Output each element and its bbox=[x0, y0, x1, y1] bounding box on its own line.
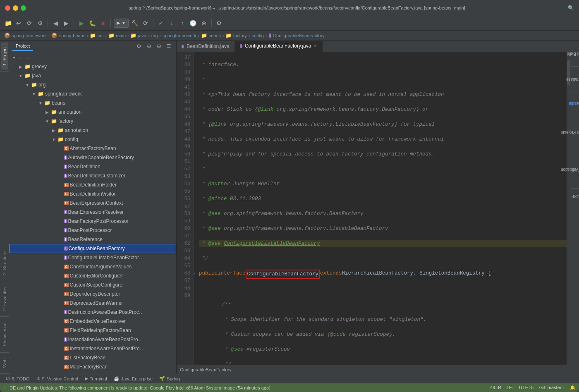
right-panel-gradle[interactable]: Gradle bbox=[565, 100, 579, 106]
vtab-project[interactable]: 1: Project bbox=[1, 42, 8, 69]
breadcrumb-config[interactable]: config bbox=[252, 33, 264, 38]
tab-close-cbf[interactable]: × bbox=[313, 43, 317, 49]
close-button[interactable] bbox=[5, 5, 10, 11]
tree-item-groovy[interactable]: ▶ 📁 groovy bbox=[9, 62, 176, 71]
tree-item-mapfactorybean[interactable]: ▶ C MapFactoryBean bbox=[9, 362, 176, 371]
toolbar-icon-3[interactable]: ⟳ bbox=[25, 19, 34, 28]
sidebar-expand-icon[interactable]: ⊕ bbox=[145, 42, 153, 50]
breadcrumb-java[interactable]: java bbox=[138, 33, 146, 38]
tree-item-autowire[interactable]: ▶ I AutowireCapableBeanFactory bbox=[9, 153, 176, 162]
tree-item-config[interactable]: ▼ 📁 config bbox=[9, 135, 176, 144]
tree-item-abstractfactorybean[interactable]: ▶ C AbstractFactoryBean bbox=[9, 144, 176, 153]
tree-item-embeddedvalueresolver[interactable]: ▶ C EmbeddedValueResolver bbox=[9, 317, 176, 326]
toolbar-commit[interactable]: ✓ bbox=[156, 19, 165, 28]
right-panel-maven[interactable]: Maven Projects bbox=[557, 129, 579, 136]
toolbar-history[interactable]: 🕐 bbox=[189, 19, 198, 28]
bottom-tab-vc[interactable]: ⑨ 9: Version Control bbox=[34, 375, 81, 382]
maximize-button[interactable] bbox=[21, 5, 26, 11]
tree-item-instantiationawarebppi[interactable]: ▶ I InstantiationAwareBeanPostPro… bbox=[9, 335, 176, 344]
bottom-tab-todo[interactable]: ☑ 6: TODO bbox=[3, 375, 32, 382]
status-encoding[interactable]: UTF-8↕ bbox=[519, 385, 534, 390]
vtab-favorites[interactable]: 2: Favorites bbox=[1, 283, 8, 315]
tab-beandefinition[interactable]: I BeanDefinition.java bbox=[177, 41, 235, 52]
tree-item-beandefinitioncustomizer[interactable]: ▶ I BeanDefinitionCustomizer bbox=[9, 171, 176, 180]
bottom-tab-terminal[interactable]: ▶ Terminal bbox=[82, 375, 110, 382]
tree-item-configurablelistable[interactable]: ▶ I ConfigurableListableBeanFactor… bbox=[9, 253, 176, 262]
tree-item-beanexpressionresolver[interactable]: ▶ I BeanExpressionResolver bbox=[9, 208, 176, 217]
breadcrumb-org[interactable]: org bbox=[151, 33, 158, 38]
tree-item-factory[interactable]: ▼ 📁 factory bbox=[9, 117, 176, 126]
breadcrumb-spring-beans[interactable]: spring-beans bbox=[59, 33, 86, 38]
tree-item-beans[interactable]: ▼ 📁 beans bbox=[9, 98, 176, 108]
tree-item-configurablebeanfactory[interactable]: ▶ I ConfigurableBeanFactory bbox=[9, 244, 176, 253]
sidebar-collapse-icon[interactable]: ⊖ bbox=[155, 42, 163, 50]
sidebar-tab-project[interactable]: Project bbox=[12, 42, 33, 51]
status-position[interactable]: 49:34 bbox=[490, 385, 502, 390]
breadcrumb-configurable-bean-factory[interactable]: ConfigurableBeanFactory bbox=[273, 33, 325, 38]
toolbar-icon-2[interactable]: ↩ bbox=[14, 19, 23, 28]
vtab-structure[interactable]: 2: Structure bbox=[1, 247, 8, 279]
breadcrumb-springframework[interactable]: springframework bbox=[163, 33, 196, 38]
toolbar-back[interactable]: ◀ bbox=[51, 19, 60, 28]
right-panel-jsf[interactable]: JSF bbox=[568, 193, 579, 199]
tree-root[interactable]: ▼ … … bbox=[9, 53, 176, 62]
search-icon[interactable]: 🔍 bbox=[568, 5, 574, 11]
breadcrumb-spring-framework[interactable]: spring-framework bbox=[12, 33, 47, 38]
tree-item-beandefinition[interactable]: ▶ I BeanDefinition bbox=[9, 162, 176, 171]
bottom-tab-javaenterprise[interactable]: ☕ Java Enterprise bbox=[111, 375, 155, 382]
toolbar-build[interactable]: 🔨 bbox=[130, 19, 139, 28]
status-lf[interactable]: LF↕ bbox=[507, 385, 514, 390]
breadcrumb-factory[interactable]: factory bbox=[233, 33, 247, 38]
tree-item-beanpostprocessor[interactable]: ▶ I BeanPostProcessor bbox=[9, 226, 176, 235]
right-panel-ant[interactable]: Ant Build bbox=[563, 51, 579, 57]
right-panel-database[interactable]: Database bbox=[563, 76, 579, 83]
tree-item-dependencydescriptor[interactable]: ▶ C DependencyDescriptor bbox=[9, 289, 176, 299]
sidebar-settings-icon[interactable]: ⚙ bbox=[135, 42, 143, 50]
toolbar-stop[interactable]: ■ bbox=[98, 19, 108, 28]
toolbar-icon-1[interactable]: 📁 bbox=[3, 19, 12, 28]
run-config-dropdown[interactable]: ▶ ▼ bbox=[114, 19, 129, 28]
tree-item-customeditorconfigurer[interactable]: ▶ C CustomEditorConfigurer bbox=[9, 271, 176, 280]
tab-configurablebeanfactory[interactable]: I ConfigurableBeanFactory.java × bbox=[235, 41, 323, 52]
tree-item-instantiationawarebppc[interactable]: ▶ C InstantiationAwareBeanPostPro… bbox=[9, 344, 176, 353]
tree-item-beanexpressioncontext[interactable]: ▶ C BeanExpressionContext bbox=[9, 198, 176, 208]
bottom-tab-spring[interactable]: 🌱 Spring bbox=[157, 375, 182, 382]
tree-item-constructorargumentvalues[interactable]: ▶ C ConstructorArgumentValues bbox=[9, 262, 176, 271]
right-panel-beanvalidation[interactable]: Bean Validation bbox=[557, 167, 579, 173]
toolbar-sync[interactable]: ⟳ bbox=[141, 19, 150, 28]
toolbar-update[interactable]: ↓ bbox=[167, 19, 176, 28]
tree-item-fieldretrieving[interactable]: ▶ C FieldRetrievingFactoryBean bbox=[9, 326, 176, 335]
tree-item-destructionawarebpp[interactable]: ▶ I DestructionAwareBeanPostProc… bbox=[9, 308, 176, 317]
tree-item-beandefinitionvisitor[interactable]: ▶ C BeanDefinitionVisitor bbox=[9, 189, 176, 198]
toolbar-push[interactable]: ↑ bbox=[178, 19, 187, 28]
tree-item-customscopeconfigurer[interactable]: ▶ C CustomScopeConfigurer bbox=[9, 280, 176, 289]
toolbar-icon-4[interactable]: ⚙ bbox=[36, 19, 45, 28]
tree-item-factory-annotation[interactable]: ▶ 📁 annotation bbox=[9, 126, 176, 135]
toolbar-debug[interactable]: 🐛 bbox=[88, 19, 97, 28]
toolbar-run[interactable]: ▶ bbox=[77, 19, 86, 28]
tree-item-beans-annotation[interactable]: ▶ 📁 annotation bbox=[9, 108, 176, 117]
tree-item-beanreference[interactable]: ▶ I BeanReference bbox=[9, 235, 176, 244]
tree-item-springframework[interactable]: ▼ 📁 springframework bbox=[9, 89, 176, 98]
breadcrumb-beans[interactable]: beans bbox=[208, 33, 221, 38]
status-notification-icon[interactable]: 🔔 bbox=[570, 385, 576, 390]
breadcrumb-src[interactable]: src bbox=[98, 33, 104, 38]
code-scroll[interactable]: * interface. * * <p>This bean factory in… bbox=[194, 52, 567, 365]
tree-item-java[interactable]: ▼ 📁 java bbox=[9, 71, 176, 80]
toolbar-forward[interactable]: ▶ bbox=[62, 19, 71, 28]
tree-item-beandefinitionholder[interactable]: ▶ C BeanDefinitionHolder bbox=[9, 180, 176, 189]
sidebar-gear-icon[interactable]: ☰ bbox=[165, 42, 173, 50]
vtab-persistence[interactable]: Persistence bbox=[1, 318, 8, 350]
run-icon-51[interactable]: ▶ bbox=[194, 270, 195, 277]
toolbar-settings[interactable]: ⚙ bbox=[215, 19, 224, 28]
editor-scrollbar[interactable] bbox=[567, 52, 571, 365]
breadcrumb-main[interactable]: main bbox=[116, 33, 126, 38]
tree-item-listfactorybean[interactable]: ▶ C ListFactoryBean bbox=[9, 353, 176, 362]
status-git[interactable]: Git: master ↕ bbox=[539, 385, 565, 390]
tree-item-org[interactable]: ▼ 📁 org bbox=[9, 80, 176, 89]
toolbar-vcs[interactable]: ⊕ bbox=[199, 19, 208, 28]
vtab-web[interactable]: Web bbox=[1, 354, 8, 372]
tree-item-deprecatedbeanwarner[interactable]: ▶ C DeprecatedBeanWarner bbox=[9, 299, 176, 308]
minimize-button[interactable] bbox=[13, 5, 18, 11]
tree-item-beanfactorypostprocessor[interactable]: ▶ I BeanFactoryPostProcessor bbox=[9, 217, 176, 226]
